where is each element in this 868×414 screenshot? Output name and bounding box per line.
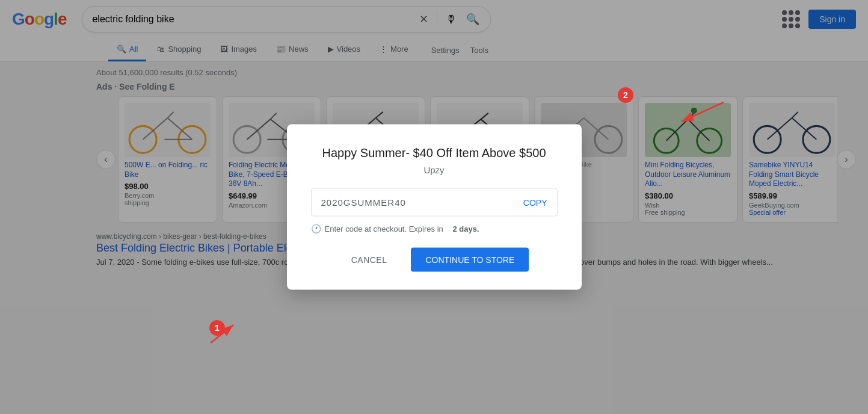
svg-line-44 (211, 325, 233, 343)
modal-title: Happy Summer- $40 Off Item Above $500 (311, 146, 558, 160)
cancel-button[interactable]: CANCEL (339, 248, 399, 272)
annotation-2: 2 (618, 87, 633, 103)
modal-actions: CANCEL CONTINUE TO STORE (311, 248, 558, 272)
svg-line-46 (682, 102, 724, 122)
clock-icon: 🕐 (311, 224, 321, 233)
modal-subtitle: Upzy (311, 165, 558, 175)
coupon-box: 2020GSUMMER40 COPY (311, 188, 558, 217)
expiry-text: Enter code at checkout. Expires in (325, 224, 443, 233)
coupon-code: 2020GSUMMER40 (321, 197, 406, 208)
expiry-bold: 2 days. (452, 224, 479, 233)
annotation-1-arrow (192, 319, 241, 349)
expiry-note: 🕐 Enter code at checkout. Expires in 2 d… (311, 224, 558, 233)
annotation-2-arrow (669, 96, 742, 132)
copy-coupon-button[interactable]: COPY (523, 197, 547, 207)
coupon-modal: Happy Summer- $40 Off Item Above $500 Up… (287, 125, 582, 290)
continue-to-store-button[interactable]: CONTINUE TO STORE (411, 248, 529, 272)
